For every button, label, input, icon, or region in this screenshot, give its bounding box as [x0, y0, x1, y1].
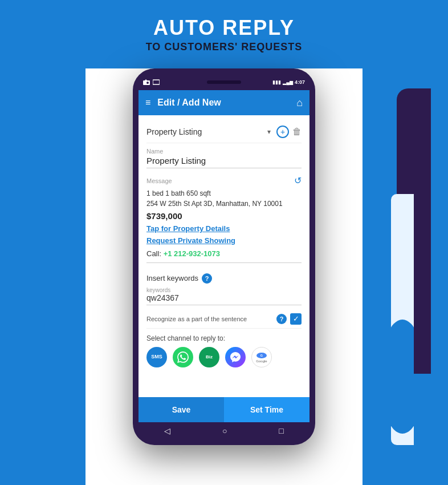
google-text: Google — [256, 359, 267, 363]
name-field-group: Name Property Listing — [146, 148, 302, 168]
svg-point-2 — [146, 82, 149, 84]
add-circle-button[interactable]: + — [276, 126, 289, 138]
set-time-button[interactable]: Set Time — [224, 397, 309, 422]
tap-property-link[interactable]: Tap for Property Details — [146, 223, 302, 235]
time-display: 4:07 — [295, 79, 305, 85]
name-label: Name — [146, 148, 302, 155]
recognize-text: Recognize as a part of the sentence — [146, 316, 276, 322]
keyword-field-label: keywords — [146, 287, 302, 293]
whatsapp-icon — [177, 351, 189, 363]
recognize-row: Recognize as a part of the sentence ? ✓ — [146, 310, 302, 329]
keywords-help-icon[interactable]: ? — [202, 273, 212, 284]
home-nav-button[interactable]: ○ — [222, 426, 227, 435]
status-left-icons — [143, 79, 160, 85]
second-phone-screen — [391, 194, 414, 445]
messenger-channel-icon[interactable] — [225, 347, 246, 367]
app-bar: ≡ Edit / Add New ⌂ — [139, 90, 309, 115]
name-value[interactable]: Property Listing — [146, 156, 302, 168]
screen-content: Property Listing ▾ + 🗑 Name Property Lis… — [139, 115, 309, 397]
keyword-value[interactable]: qw24367 — [146, 293, 302, 305]
main-subtitle: TO CUSTOMERS' REQUESTS — [0, 41, 448, 53]
dropdown-arrow-icon: ▾ — [267, 128, 271, 136]
dropdown-row[interactable]: Property Listing ▾ + 🗑 — [146, 121, 302, 143]
business-label: Biz — [206, 354, 213, 359]
message-label: Message — [146, 177, 172, 184]
second-phone-edge — [397, 88, 431, 374]
phone-screen: ≡ Edit / Add New ⌂ Property Listing ▾ + … — [139, 90, 309, 422]
svg-rect-3 — [153, 80, 160, 84]
sms-label: SMS — [151, 354, 162, 360]
status-right-icons: ▮▮▮ ▂▄▆ 4:07 — [272, 79, 305, 85]
header-section: AUTO REPLY TO CUSTOMERS' REQUESTS — [0, 16, 448, 53]
call-number: +1 212-932-1073 — [164, 249, 220, 258]
back-nav-button[interactable]: ◁ — [164, 426, 170, 435]
business-channel-icon[interactable]: Biz — [199, 347, 219, 367]
sms-channel-icon[interactable]: SMS — [146, 347, 167, 367]
recent-nav-button[interactable]: □ — [279, 426, 283, 435]
channel-label: Select channel to reply to: — [146, 334, 302, 342]
messenger-icon-svg — [230, 352, 241, 362]
signal-icon: ▂▄▆ — [283, 80, 293, 85]
google-icon-svg: G — [256, 351, 267, 359]
left-decoration — [0, 68, 85, 485]
recognize-help-icon[interactable]: ? — [276, 314, 287, 324]
phone-outer: ▮▮▮ ▂▄▆ 4:07 ≡ Edit / Add New ⌂ Property… — [133, 68, 315, 445]
call-prefix: Call: — [146, 249, 161, 258]
bottom-buttons: Save Set Time — [139, 397, 309, 422]
save-button[interactable]: Save — [139, 397, 224, 422]
msg-line-1: 1 bed 1 bath 650 sqft — [146, 188, 302, 199]
app-bar-title: Edit / Add New — [157, 98, 290, 108]
msg-line-2: 254 W 25th St Apt 3D, Manhattan, NY 1000… — [146, 199, 302, 209]
keywords-row: Insert keywords ? — [146, 270, 302, 284]
add-icon: + — [280, 128, 285, 136]
msg-price: $739,000 — [146, 211, 302, 221]
keywords-label: Insert keywords — [146, 274, 198, 282]
message-content[interactable]: 1 bed 1 bath 650 sqft 254 W 25th St Apt … — [146, 188, 302, 263]
hamburger-icon[interactable]: ≡ — [145, 98, 150, 108]
status-bar: ▮▮▮ ▂▄▆ 4:07 — [139, 74, 309, 90]
channel-icons: SMS Biz — [146, 347, 302, 367]
refresh-icon[interactable]: ↺ — [294, 175, 302, 186]
message-area: Message ↺ 1 bed 1 bath 650 sqft 254 W 25… — [146, 175, 302, 263]
phone-device: ▮▮▮ ▂▄▆ 4:07 ≡ Edit / Add New ⌂ Property… — [133, 68, 315, 445]
request-showing-link[interactable]: Request Private Showing — [146, 235, 302, 247]
dropdown-label: Property Listing — [146, 127, 267, 136]
speaker-notch — [207, 80, 241, 84]
google-channel-icon[interactable]: G Google — [251, 347, 272, 367]
trash-icon[interactable]: 🗑 — [292, 127, 302, 137]
call-line: Call: +1 212-932-1073 — [146, 249, 302, 258]
main-title: AUTO REPLY — [0, 16, 448, 40]
phone-nav-bar: ◁ ○ □ — [139, 422, 309, 439]
photo-icon — [143, 79, 151, 85]
screen-icon — [153, 79, 160, 85]
keyword-input-group: keywords qw24367 — [146, 287, 302, 305]
battery-icon: ▮▮▮ — [272, 79, 281, 85]
whatsapp-channel-icon[interactable] — [173, 347, 193, 367]
recognize-actions: ? ✓ — [276, 313, 302, 325]
svg-text:G: G — [260, 354, 263, 357]
recognize-checkbox[interactable]: ✓ — [290, 313, 302, 325]
google-icon-inner: G Google — [256, 351, 267, 363]
home-icon[interactable]: ⌂ — [296, 97, 303, 109]
message-label-row: Message ↺ — [146, 175, 302, 186]
second-phone-shape — [391, 320, 414, 434]
svg-marker-1 — [145, 79, 147, 80]
